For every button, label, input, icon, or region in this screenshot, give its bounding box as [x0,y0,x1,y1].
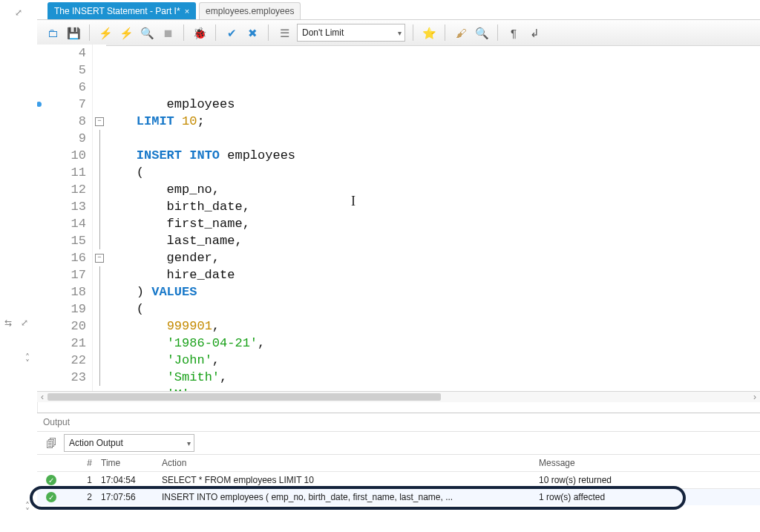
output-panel-title: Output [37,413,760,432]
restore-panel-icon[interactable]: ⤢ [21,318,28,328]
row-message: 1 row(s) affected [534,492,692,502]
scroll-right-icon[interactable]: › [750,392,760,402]
scroll-updown-icon[interactable]: ˄˅ [25,503,30,515]
status-ok-icon: ✓ [46,492,56,502]
col-action: Action [157,458,534,468]
beautify-button[interactable]: 🖌 [453,24,469,41]
editor-tab[interactable]: The INSERT Statement - Part I*× [48,2,196,19]
text-cursor-icon: I [351,193,356,210]
output-row[interactable]: ✓117:04:54SELECT * FROM employees LIMIT … [37,472,760,488]
output-mode-label: Action Output [69,438,123,448]
output-clear-button[interactable]: 🗐 [43,435,59,451]
output-grid: # Time Action Message ✓117:04:54SELECT *… [37,455,760,505]
left-sidebar: ⤢ ⇆ ⤢ ˄˅ ˄˅ [0,0,38,532]
expand-sidebar-icon[interactable]: ⤢ [15,7,22,18]
execute-step-button[interactable]: ⚡ [118,24,134,41]
execute-button[interactable]: ⚡ [97,24,114,41]
close-tab-icon[interactable]: × [185,7,189,16]
rollback-button[interactable]: ✖ [244,24,261,41]
stop-button[interactable]: ⏹ [160,24,176,41]
row-index: 2 [65,492,96,502]
explain-button[interactable]: 🔍 [139,24,155,41]
fold-toggle-icon[interactable]: − [95,117,104,126]
col-message: Message [534,458,692,468]
commit-button[interactable]: ✔ [223,24,240,41]
col-index: # [65,458,96,468]
limit-rows-label: Don't Limit [302,27,344,38]
editor-toolbar: 🗀 💾 ⚡ ⚡ 🔍 ⏹ 🐞 ✔ ✖ ☰ Don't Limit ⭐ 🖌 🔍 ¶ … [37,20,760,46]
row-action: SELECT * FROM employees LIMIT 10 [157,475,534,485]
tab-strip: The INSERT Statement - Part I*×employees… [37,0,760,20]
row-action: INSERT INTO employees ( emp_no, birth_da… [157,492,534,502]
favorites-button[interactable]: ⭐ [421,24,437,41]
scroll-left-icon[interactable]: ‹ [37,392,48,402]
save-file-button[interactable]: 💾 [65,24,82,41]
list-button[interactable]: ☰ [276,24,292,41]
show-whitespace-button[interactable]: ¶ [505,24,522,41]
editor-horizontal-scrollbar[interactable]: ‹ › [37,391,760,402]
tab-label: The INSERT Statement - Part I* [54,6,180,16]
tab-label: employees.employees [206,6,294,16]
output-mode-select[interactable]: Action Output [64,434,194,452]
output-panel: Output 🗐 Action Output # Time Action Mes… [37,413,760,532]
main-area: The INSERT Statement - Part I*×employees… [37,0,760,532]
status-ok-icon: ✓ [46,475,56,485]
col-time: Time [96,458,157,468]
sql-editor[interactable]: 4567891011121314151617181920212223 −− I … [37,45,760,402]
wrap-lines-button[interactable]: ↲ [526,24,543,41]
row-time: 17:07:56 [96,492,157,502]
row-index: 1 [65,475,96,485]
toggle-autocommit-button[interactable]: 🐞 [191,24,208,41]
fold-toggle-icon[interactable]: − [95,254,104,263]
row-message: 10 row(s) returned [534,475,692,485]
limit-rows-select[interactable]: Don't Limit [297,24,405,42]
scroll-updown-icon[interactable]: ˄˅ [25,355,30,367]
output-row[interactable]: ✓217:07:56INSERT INTO employees ( emp_no… [37,489,760,505]
find-button[interactable]: 🔍 [474,24,490,41]
editor-tab[interactable]: employees.employees [199,2,301,19]
open-file-button[interactable]: 🗀 [45,24,61,41]
swap-panels-icon[interactable]: ⇆ [4,318,12,328]
row-time: 17:04:54 [96,475,157,485]
